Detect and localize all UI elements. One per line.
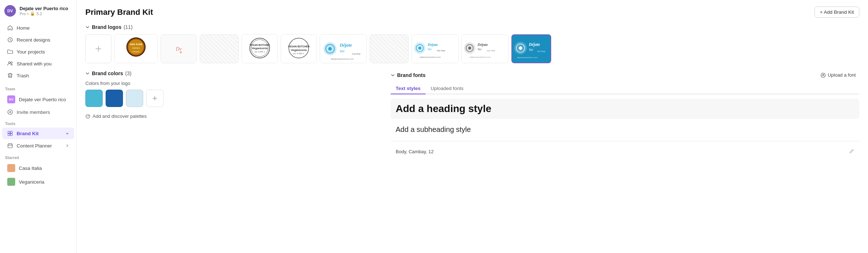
chevron-down-icon: [65, 132, 69, 135]
heading-style-row[interactable]: Add a heading style: [391, 99, 859, 119]
starred-section-label: Starred: [0, 152, 76, 161]
upload-icon: [821, 73, 826, 78]
logo-img-2: Dv: [161, 34, 196, 63]
logo-card-4[interactable]: VEGAN BUTCHER Veganiceria est. ♦ 2021 ♦: [242, 34, 278, 63]
svg-text:Ver: Ver: [340, 49, 345, 53]
logo-card-3[interactable]: [200, 34, 239, 63]
sidebar-item-casa-italia[interactable]: Casa Italia: [2, 162, 74, 175]
page-title: Primary Brand Kit: [85, 8, 153, 17]
avatar: DV: [4, 5, 16, 17]
sidebar-item-projects[interactable]: Your projects: [2, 46, 74, 57]
svg-text:dejateverpuertorico.com: dejateverpuertorico.com: [420, 56, 441, 58]
tab-uploaded-fonts[interactable]: Uploaded fonts: [426, 83, 469, 94]
svg-point-56: [519, 46, 522, 50]
clock-icon: [7, 37, 13, 43]
svg-text:× HOUSE ×: × HOUSE ×: [131, 51, 141, 53]
sidebar-item-recent[interactable]: Recent designs: [2, 34, 74, 46]
team-section-label: Team: [0, 83, 76, 93]
logo-card-1[interactable]: SAN JUAN SMOKE × HOUSE ×: [114, 34, 158, 63]
user-name: Dejate ver Puerto rico: [20, 6, 68, 11]
colors-row: [85, 90, 382, 107]
svg-text:Ver: Ver: [427, 47, 432, 51]
sidebar-item-brandkit[interactable]: Brand Kit: [2, 128, 74, 139]
color-swatch-2[interactable]: [106, 90, 123, 107]
plus-icon: [7, 109, 13, 115]
sidebar-item-trash[interactable]: Trash: [2, 70, 74, 81]
brand-fonts-header: Brand fonts Upload a font: [391, 70, 859, 80]
logo-card-7[interactable]: [370, 34, 409, 63]
color-swatch-3[interactable]: [126, 90, 143, 107]
sidebar: DV Dejate ver Puerto rico Pro • 🔒 5.2 Ho…: [0, 0, 77, 253]
logo-placeholder-3: [200, 35, 238, 63]
tools-section-label: Tools: [0, 118, 76, 127]
sidebar-item-shared[interactable]: Shared with you: [2, 58, 74, 69]
logo-card-2[interactable]: Dv: [161, 34, 197, 63]
svg-text:SAN JUAN: SAN JUAN: [129, 43, 142, 46]
logo-img-8: Déjate Ver Auto Shop dejateverpuertorico…: [412, 34, 458, 63]
brand-fonts-title[interactable]: Brand fonts: [391, 72, 426, 78]
svg-text:est. ♦ 2021 ♦: est. ♦ 2021 ♦: [255, 51, 265, 53]
sidebar-item-invite[interactable]: Invite members: [2, 107, 74, 117]
add-brand-kit-label: + Add Brand Kit: [820, 9, 854, 15]
sidebar-item-team-label: Dejate ver Puerto rico: [19, 97, 66, 102]
add-logo-button[interactable]: [85, 34, 111, 63]
svg-text:Auto Shop: Auto Shop: [352, 53, 361, 55]
sidebar-item-projects-label: Your projects: [17, 49, 45, 55]
svg-rect-4: [8, 131, 10, 133]
add-brand-kit-button[interactable]: + Add Brand Kit: [814, 7, 859, 18]
upload-font-button[interactable]: Upload a font: [817, 70, 859, 80]
sidebar-item-brandkit-label: Brand Kit: [17, 131, 39, 136]
logo-card-5[interactable]: VEGAN BUTCHER Veganiceria est. ✦ 2021 ✦: [281, 34, 317, 63]
svg-text:Ver: Ver: [477, 47, 482, 51]
sidebar-item-veganiceria[interactable]: Veganiceria: [2, 175, 74, 188]
svg-text:dejateverpuertorico.com: dejateverpuertorico.com: [331, 58, 354, 60]
logo-img-1: SAN JUAN SMOKE × HOUSE ×: [115, 34, 157, 63]
sidebar-item-team[interactable]: DV Dejate ver Puerto rico: [2, 93, 74, 106]
logo-card-10[interactable]: Déjate Ver Auto Shop dejateverpuertorico…: [511, 34, 551, 63]
palette-link-label: Add and discover palettes: [93, 113, 147, 119]
logo-img-5: VEGAN BUTCHER Veganiceria est. ✦ 2021 ✦: [281, 34, 316, 63]
home-icon: [7, 25, 13, 31]
logo-img-10: Déjate Ver Auto Shop dejateverpuertorico…: [512, 34, 550, 63]
subheading-style-row[interactable]: Add a subheading style: [391, 121, 859, 138]
sidebar-item-contentplanner[interactable]: Content Planner: [2, 140, 74, 151]
body-edit-icon[interactable]: [849, 149, 854, 155]
svg-text:Auto Shop: Auto Shop: [437, 50, 445, 52]
page-header: Primary Brand Kit + Add Brand Kit: [85, 7, 859, 18]
pencil-icon: [849, 149, 854, 154]
svg-point-1: [9, 62, 10, 64]
svg-point-63: [88, 115, 89, 116]
logo-img-6: Déjate Ver Auto Shop dejateverpuertorico…: [320, 34, 366, 63]
starred-thumb-veganiceria: [7, 178, 15, 186]
add-logo-icon: [94, 45, 102, 53]
svg-point-32: [328, 47, 332, 51]
user-profile[interactable]: DV Dejate ver Puerto rico Pro • 🔒 5.2: [0, 0, 76, 20]
font-tabs: Text styles Uploaded fonts: [391, 83, 859, 94]
svg-text:Veganiceria: Veganiceria: [252, 47, 268, 50]
heading-placeholder: Add a heading style: [396, 103, 492, 115]
palette-link[interactable]: Add and discover palettes: [85, 111, 382, 121]
font-divider: [391, 141, 859, 141]
sidebar-item-home[interactable]: Home: [2, 22, 74, 34]
color-swatch-1[interactable]: [85, 90, 103, 107]
add-color-button[interactable]: [146, 90, 163, 107]
brand-colors-header[interactable]: Brand colors (3): [85, 70, 382, 76]
brand-logos-section-header[interactable]: Brand logos (11): [85, 24, 859, 30]
logo-img-9: Déjate Ver Auto Shop dejateverpuertorico…: [462, 34, 508, 63]
upload-font-label: Upload a font: [828, 72, 856, 78]
main-nav: Home Recent designs Your projects Shared…: [0, 20, 76, 83]
logo-card-8[interactable]: Déjate Ver Auto Shop dejateverpuertorico…: [412, 34, 459, 63]
tab-text-styles[interactable]: Text styles: [391, 83, 426, 94]
svg-point-48: [468, 47, 471, 50]
add-color-icon: [152, 96, 157, 101]
svg-text:VEGAN BUTCHER: VEGAN BUTCHER: [250, 44, 270, 46]
body-text: Body, Cambay, 12: [396, 149, 434, 154]
svg-text:Déjate: Déjate: [477, 42, 488, 47]
logo-card-6[interactable]: Déjate Ver Auto Shop dejateverpuertorico…: [320, 34, 367, 63]
svg-text:Déjate: Déjate: [427, 42, 438, 47]
logo-card-9[interactable]: Déjate Ver Auto Shop dejateverpuertorico…: [461, 34, 509, 63]
body-style-row[interactable]: Body, Cambay, 12: [391, 144, 859, 159]
logo-img-4: VEGAN BUTCHER Veganiceria est. ♦ 2021 ♦: [242, 34, 277, 63]
svg-text:Déjate: Déjate: [528, 42, 540, 47]
sidebar-item-trash-label: Trash: [17, 73, 29, 78]
